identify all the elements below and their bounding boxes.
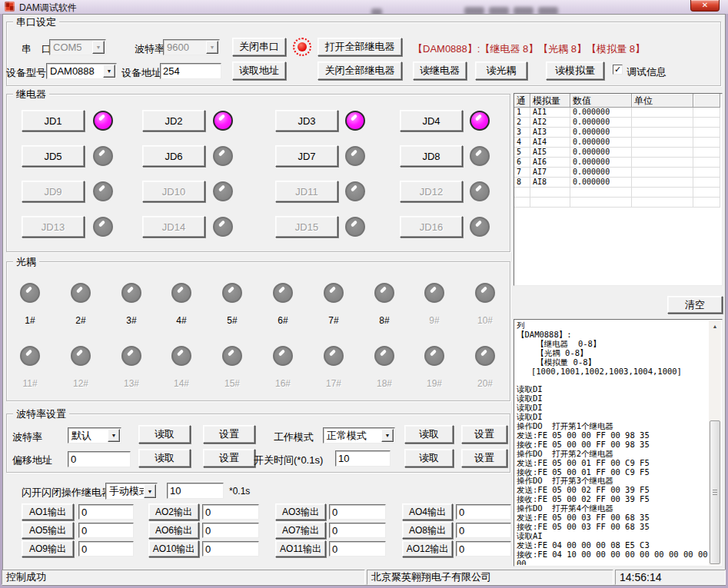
ao-value-input-9[interactable] <box>78 541 134 556</box>
debug-info-label: 调试信息 <box>627 65 667 79</box>
offset-read-button[interactable]: 读取 <box>138 449 191 467</box>
flash-time-input[interactable] <box>167 483 224 499</box>
scrollbar-thumb[interactable] <box>710 420 720 564</box>
relay-group-legend: 继电器 <box>13 88 49 101</box>
offset-address-label: 偏移地址 <box>12 453 52 467</box>
ao-value-input-4[interactable] <box>456 504 511 520</box>
work-mode-read-button[interactable]: 读取 <box>404 425 454 443</box>
relay-button-jd7[interactable]: JD7 <box>275 145 338 167</box>
table-cell <box>514 188 530 198</box>
device-info-text: 【DAM0888】:【继电器 8】【光耦 8】【模拟量 8】 <box>413 42 645 56</box>
opto-led-8 <box>374 283 394 303</box>
baud-setting-select[interactable]: 默认 ▼ <box>68 427 121 443</box>
offset-set-button[interactable]: 设置 <box>203 449 255 467</box>
ao-button-12[interactable]: AO12输出 <box>402 540 453 557</box>
relay-led-jd4 <box>470 111 490 131</box>
close-button[interactable]: ✕ <box>690 0 720 12</box>
opto-label-16: 16# <box>269 378 297 389</box>
opto-led-20 <box>475 346 495 366</box>
read-opto-button[interactable]: 读光耦 <box>475 61 527 80</box>
relay-led-jd2 <box>213 111 233 131</box>
opto-label-18: 18# <box>371 378 398 389</box>
ao-value-input-8[interactable] <box>456 523 511 538</box>
ao-button-11[interactable]: AO11输出 <box>275 540 326 557</box>
app-window: DAM调试软件 ✕ 串口设定 串 口 COM5 ▼ 波特率 9600 ▼ 关闭串… <box>0 0 728 588</box>
relay-button-jd8[interactable]: JD8 <box>400 145 463 167</box>
ao-value-input-3[interactable] <box>329 504 386 520</box>
table-cell <box>570 188 632 198</box>
switch-time-input[interactable] <box>335 450 391 467</box>
relay-button-jd3[interactable]: JD3 <box>275 110 338 131</box>
work-mode-select[interactable]: 正常模式 ▼ <box>323 427 395 443</box>
ao-value-input-1[interactable] <box>78 504 134 520</box>
table-cell: 0.000000 <box>570 118 632 128</box>
scroll-up-icon[interactable]: ▲ <box>709 321 721 332</box>
ao-button-7[interactable]: AO7输出 <box>275 522 326 539</box>
table-cell: AI5 <box>530 148 570 158</box>
ao-button-5[interactable]: AO5输出 <box>22 522 74 539</box>
ao-value-input-5[interactable] <box>78 523 134 538</box>
opto-led-18 <box>374 346 394 366</box>
ao-value-input-7[interactable] <box>329 523 386 538</box>
table-cell: AI7 <box>530 168 570 178</box>
ao-button-9[interactable]: AO9输出 <box>22 540 74 557</box>
relay-button-jd11: JD11 <box>275 181 338 202</box>
relay-led-jd12 <box>470 181 490 201</box>
read-relays-button[interactable]: 读继电器 <box>413 61 467 80</box>
table-row: 5AI50.000000 <box>514 148 722 158</box>
table-row: 3AI30.000000 <box>514 128 722 138</box>
work-mode-set-button[interactable]: 设置 <box>461 425 507 443</box>
ao-value-input-2[interactable] <box>202 504 259 520</box>
close-serial-button[interactable]: 关闭串口 <box>232 38 286 56</box>
clear-log-button[interactable]: 清空 <box>667 296 723 314</box>
relay-button-jd5[interactable]: JD5 <box>22 145 85 167</box>
table-cell: 8 <box>514 178 530 188</box>
opto-led-15 <box>222 346 242 366</box>
open-all-relays-button[interactable]: 打开全部继电器 <box>317 38 402 56</box>
chevron-down-icon: ▼ <box>144 484 156 498</box>
table-cell <box>570 198 632 208</box>
table-cell <box>632 118 693 128</box>
relay-button-jd2[interactable]: JD2 <box>142 110 205 131</box>
baud-set-button[interactable]: 设置 <box>203 425 255 443</box>
chevron-down-icon: ▼ <box>381 429 394 442</box>
close-all-relays-button[interactable]: 关闭全部继电器 <box>317 61 402 80</box>
baud-read-button[interactable]: 读取 <box>138 425 191 443</box>
switch-time-set-button[interactable]: 设置 <box>461 449 507 467</box>
relay-button-jd4[interactable]: JD4 <box>400 110 463 131</box>
relay-led-jd1 <box>93 111 113 131</box>
opto-label-4: 4# <box>168 315 195 326</box>
table-cell <box>693 168 720 178</box>
table-row: 4AI40.000000 <box>514 138 722 148</box>
ao-button-3[interactable]: AO3输出 <box>275 503 326 520</box>
ao-value-input-11[interactable] <box>329 541 386 556</box>
device-model-select[interactable]: DAM0888 ▼ <box>46 63 117 79</box>
ao-button-1[interactable]: AO1输出 <box>22 503 74 520</box>
flash-mode-select[interactable]: 手动模式 ▼ <box>105 483 158 500</box>
switch-time-read-button[interactable]: 读取 <box>404 449 454 467</box>
table-cell: 6 <box>514 158 530 168</box>
ao-value-input-12[interactable] <box>456 541 511 556</box>
device-model-label: 设备型号 <box>6 66 46 80</box>
offset-address-input[interactable] <box>68 451 131 467</box>
relay-button-jd6[interactable]: JD6 <box>142 145 205 167</box>
table-cell: 7 <box>514 168 530 178</box>
relay-button-jd1[interactable]: JD1 <box>22 110 85 131</box>
read-analog-button[interactable]: 读模拟量 <box>546 61 604 80</box>
baud-setting-value: 默认 <box>71 429 91 443</box>
ao-value-input-10[interactable] <box>202 541 259 556</box>
debug-info-checkbox[interactable]: ✓ <box>613 65 623 75</box>
ao-button-2[interactable]: AO2输出 <box>148 503 199 520</box>
table-cell: AI6 <box>530 158 570 168</box>
log-box[interactable]: 列 【DAM0888】: 【继电器 0-8】 【光耦 0-8】 【模拟量 0-8… <box>514 319 723 566</box>
read-address-button[interactable]: 读取地址 <box>232 61 286 80</box>
ao-value-input-6[interactable] <box>202 523 259 538</box>
ao-button-6[interactable]: AO6输出 <box>148 522 199 539</box>
ao-button-4[interactable]: AO4输出 <box>402 503 453 520</box>
opto-group-legend: 光耦 <box>13 255 39 269</box>
ao-button-10[interactable]: AO10输出 <box>148 540 199 557</box>
device-address-input[interactable] <box>160 63 221 79</box>
ao-button-8[interactable]: AO8输出 <box>402 522 453 539</box>
serial-port-select: COM5 ▼ <box>49 39 106 55</box>
log-scrollbar[interactable]: ▲ <box>709 321 721 565</box>
